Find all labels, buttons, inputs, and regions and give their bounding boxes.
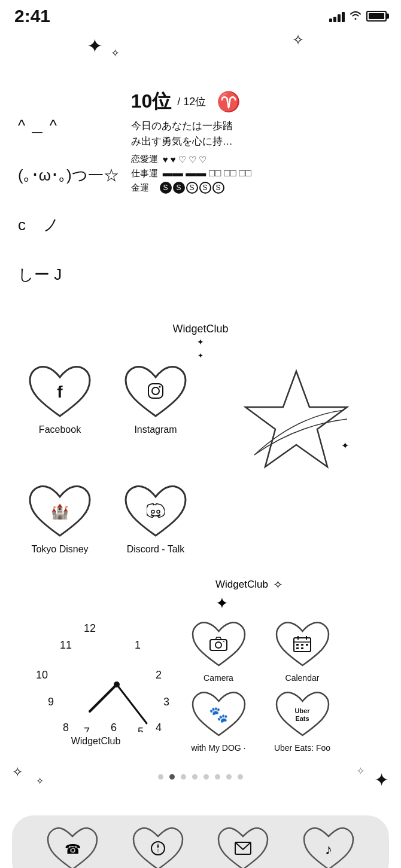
app-label-tokyo-disney: Tokyo Disney (31, 544, 88, 555)
fortune-kaomoji: ^ ＿ ^ (｡･ω･｡)つ一☆ c ノ しー J (18, 88, 119, 312)
status-icons (329, 10, 387, 23)
app-heart-calendar[interactable] (274, 619, 331, 671)
app-heart-camera[interactable] (190, 619, 247, 671)
app-item-discord[interactable]: Discord - Talk (108, 482, 203, 555)
signal-icon (329, 10, 345, 22)
dock: ☎ (12, 815, 389, 868)
fortune-money-label: 金運 (131, 182, 155, 194)
fortune-rank: 10位 / 12位 ♈ (131, 88, 383, 115)
fortune-rank-main: 10位 (131, 88, 172, 115)
music-icon: ♪ (325, 841, 332, 858)
dock-item-music[interactable]: ♪ (302, 825, 356, 868)
fortune-rank-sub: / 12位 (177, 94, 206, 109)
star-widget-label: WidgetClub ✧ (215, 577, 283, 592)
deco-star-bottom-left-2: ✧ (36, 775, 44, 787)
app-heart-facebook[interactable]: f (27, 362, 93, 422)
app-item-calendar[interactable]: Calendar (263, 619, 341, 683)
svg-text:8: 8 (63, 722, 69, 732)
dot-6[interactable] (226, 774, 232, 780)
svg-text:2: 2 (156, 669, 162, 681)
svg-point-23 (215, 642, 221, 648)
svg-point-24 (223, 641, 224, 642)
svg-marker-3 (245, 371, 347, 467)
dot-4[interactable] (203, 774, 209, 780)
right-apps-row-1: Camera (180, 619, 389, 683)
status-time: 2:41 (14, 6, 50, 26)
svg-text:1: 1 (135, 639, 141, 651)
star-widget: ✦ (203, 362, 389, 482)
camera-icon (209, 636, 227, 654)
svg-text:11: 11 (60, 639, 72, 651)
svg-text:6: 6 (111, 722, 117, 732)
svg-text:7: 7 (84, 726, 90, 732)
app-item-dog[interactable]: 🐾 with My DOG · (180, 689, 257, 753)
fortune-money-row: 金運 S S S S S (131, 182, 383, 194)
deco-star-1: ✦ (87, 35, 103, 57)
svg-rect-32 (296, 647, 299, 649)
svg-text:10: 10 (36, 669, 48, 681)
fortune-work-label: 仕事運 (131, 168, 158, 179)
app-heart-tokyo-disney[interactable]: 🏰 (27, 482, 93, 542)
dot-0[interactable] (158, 774, 163, 780)
svg-rect-29 (296, 644, 299, 646)
fortune-work-icons: ▬▬ ▬▬ □□ □□ □□ (163, 167, 252, 179)
fortune-money-icons: S S S S S (160, 182, 224, 194)
app-item-instagram[interactable]: Instagram (108, 362, 203, 435)
svg-line-20 (90, 684, 117, 711)
svg-text:4: 4 (156, 722, 162, 732)
app-item-tokyo-disney[interactable]: 🏰 Tokyo Disney (12, 482, 108, 555)
right-apps: Camera (180, 619, 389, 753)
app-item-camera[interactable]: Camera (180, 619, 257, 683)
fortune-text: 今日のあなたは一歩踏み出す勇気を心に持… (131, 118, 383, 149)
star-widget-black-star: ✦ (215, 594, 229, 613)
deco-star-2: ✧ (111, 47, 120, 60)
svg-marker-35 (157, 843, 159, 848)
app-heart-dog[interactable]: 🐾 (190, 689, 247, 741)
app-item-facebook[interactable]: f Facebook (12, 362, 108, 435)
analog-clock: 12 1 2 3 4 5 6 7 8 (18, 619, 174, 732)
svg-point-5 (151, 511, 154, 514)
svg-rect-31 (306, 644, 308, 646)
deco-star-3: ✧ (292, 32, 304, 48)
dot-2[interactable] (181, 774, 186, 780)
app-label-ubereats: Uber Eats: Foo (274, 743, 330, 753)
app-heart-discord[interactable] (123, 482, 189, 542)
svg-text:5: 5 (138, 726, 144, 732)
dot-5[interactable] (215, 774, 220, 780)
dot-3[interactable] (192, 774, 198, 780)
app-item-ubereats[interactable]: UberEats Uber Eats: Foo (263, 689, 341, 753)
apps-row-1: f Facebook Instagram (0, 350, 401, 482)
wifi-icon (348, 10, 363, 23)
dock-item-safari[interactable] (131, 825, 185, 868)
deco-star-bottom-right-2: ✦ (374, 769, 389, 790)
discord-icon (147, 503, 165, 520)
svg-text:✦: ✦ (341, 441, 349, 451)
fortune-love-row: 恋愛運 ♥ ♥ ♡ ♡ ♡ (131, 154, 383, 165)
dock-item-mail[interactable] (216, 825, 270, 868)
app-label-calendar: Calendar (285, 673, 320, 683)
dot-1[interactable] (169, 774, 175, 780)
svg-rect-33 (301, 647, 303, 649)
fortune-sign: ♈ (217, 90, 241, 113)
fortune-love-label: 恋愛運 (131, 154, 158, 165)
page-dots-row: ✧ ✧ ✧ ✦ (0, 759, 401, 791)
dock-item-phone[interactable]: ☎ (45, 825, 99, 868)
tokyo-disney-icon: 🏰 (51, 503, 69, 520)
svg-marker-36 (157, 848, 159, 854)
calendar-icon (293, 635, 311, 655)
app-heart-instagram[interactable] (123, 362, 189, 422)
fortune-love-icons: ♥ ♥ ♡ ♡ ♡ (163, 154, 206, 165)
dog-paw-icon: 🐾 (209, 705, 228, 724)
status-bar: 2:41 (0, 0, 401, 29)
page-dots (158, 768, 243, 786)
svg-text:9: 9 (48, 696, 54, 708)
facebook-icon: f (57, 383, 62, 402)
app-label-instagram: Instagram (134, 424, 177, 435)
right-apps-row-2: 🐾 with My DOG · UberEats Uber Eats: Foo (180, 689, 389, 753)
compass-icon (150, 841, 166, 858)
dot-7[interactable] (238, 774, 243, 780)
svg-point-1 (152, 387, 159, 395)
instagram-icon (147, 383, 164, 402)
apps-row-2: 🏰 Tokyo Disney Discord - Talk (0, 482, 401, 619)
app-heart-ubereats[interactable]: UberEats (274, 689, 331, 741)
